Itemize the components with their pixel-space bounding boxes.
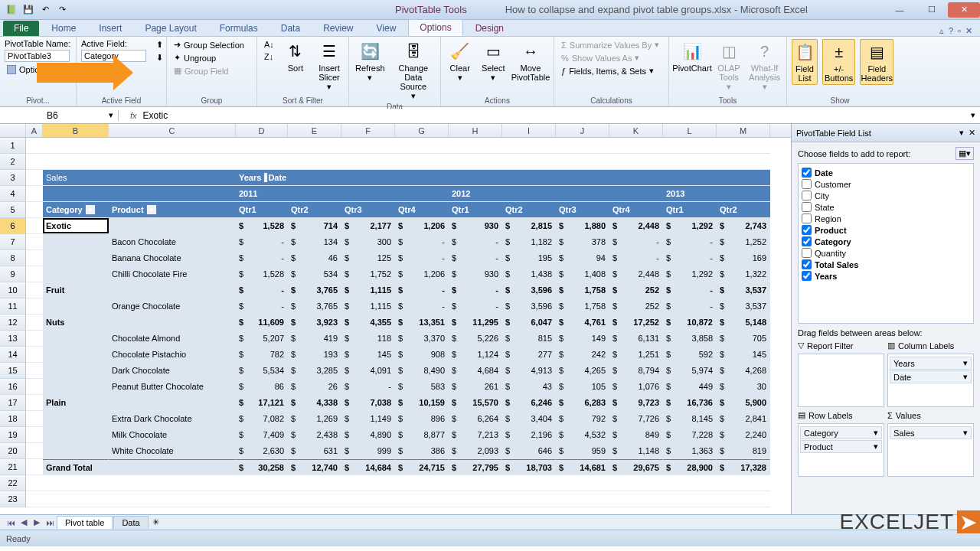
new-sheet-icon[interactable]: ✳ (152, 517, 159, 527)
row-header-12[interactable]: 12 (0, 315, 26, 331)
field-date[interactable]: Date (802, 167, 970, 178)
tab-formulas[interactable]: Formulas (209, 21, 269, 36)
field-years[interactable]: Years (802, 270, 970, 282)
category-filter-button[interactable]: ▾ (85, 204, 96, 215)
name-box[interactable]: ▾ (42, 110, 119, 121)
field-quantity[interactable]: Quantity (802, 247, 970, 259)
fields-items-sets-button[interactable]: ƒ Fields, Items, & Sets ▾ (559, 65, 662, 77)
tab-options[interactable]: Options (408, 19, 462, 36)
row-header-6[interactable]: 6 (0, 218, 26, 234)
refresh-button[interactable]: 🔄Refresh▾ (354, 39, 387, 84)
tab-file[interactable]: File (3, 21, 39, 36)
move-pivottable-button[interactable]: ↔Move PivotTable (512, 39, 549, 83)
tab-home[interactable]: Home (41, 21, 87, 36)
row-header-7[interactable]: 7 (0, 234, 26, 250)
row-header-1[interactable]: 1 (0, 138, 26, 154)
field-list-button[interactable]: 📋Field List (792, 39, 818, 85)
column-header-E[interactable]: E (288, 124, 341, 137)
report-filter-box[interactable] (798, 354, 884, 407)
maximize-button[interactable]: ☐ (916, 2, 948, 18)
select-button[interactable]: ▭Select▾ (479, 39, 508, 84)
collapse-field-button[interactable]: ⬇ (154, 52, 165, 64)
row-header-16[interactable]: 16 (0, 379, 26, 395)
column-header-B[interactable]: B (43, 124, 109, 137)
row-header-9[interactable]: 9 (0, 266, 26, 282)
close-workbook-icon[interactable]: ✕ (965, 26, 972, 36)
column-header-A[interactable]: A (26, 124, 43, 137)
row-header-3[interactable]: 3 (0, 170, 26, 186)
field-state[interactable]: State (802, 201, 970, 213)
value-item-sales[interactable]: Sales▾ (890, 426, 972, 439)
row-header-2[interactable]: 2 (0, 154, 26, 170)
row-header-20[interactable]: 20 (0, 443, 26, 459)
selected-cell[interactable]: Exotic (43, 218, 109, 233)
field-list-close-icon[interactable]: ✕ (969, 128, 975, 138)
column-header-J[interactable]: J (556, 124, 609, 137)
sheet-nav-prev-icon[interactable]: ◀ (18, 517, 30, 527)
redo-icon[interactable]: ↷ (55, 3, 69, 17)
field-city[interactable]: City (802, 190, 970, 201)
sheet-tab-pivot[interactable]: Pivot table (57, 516, 113, 529)
row-header-23[interactable]: 23 (0, 491, 26, 507)
row-header-15[interactable]: 15 (0, 363, 26, 379)
column-header-C[interactable]: C (109, 124, 236, 137)
field-list-dropdown-icon[interactable]: ▾ (959, 128, 964, 138)
row-labels-box[interactable]: Category▾Product▾ (798, 423, 884, 477)
clear-button[interactable]: 🧹Clear▾ (446, 39, 475, 84)
name-box-input[interactable] (47, 110, 93, 121)
row-header-17[interactable]: 17 (0, 395, 26, 411)
row-header-18[interactable]: 18 (0, 411, 26, 427)
name-box-dropdown-icon[interactable]: ▾ (109, 110, 113, 120)
row-header-21[interactable]: 21 (0, 459, 26, 475)
row-header-8[interactable]: 8 (0, 250, 26, 266)
formula-input[interactable] (142, 109, 966, 122)
sheet-tab-data[interactable]: Data (113, 516, 148, 529)
sort-button[interactable]: ⇅Sort (281, 39, 310, 74)
column-header-F[interactable]: F (341, 124, 395, 137)
column-header-I[interactable]: I (502, 124, 556, 137)
undo-icon[interactable]: ↶ (38, 3, 52, 17)
field-category[interactable]: Category (802, 236, 970, 247)
field-customer[interactable]: Customer (802, 178, 970, 190)
change-data-source-button[interactable]: 🗄Change Data Source▾ (391, 39, 436, 103)
column-label-item-years[interactable]: Years▾ (890, 357, 972, 370)
tab-data[interactable]: Data (270, 21, 311, 36)
close-button[interactable]: ✕ (948, 2, 980, 18)
worksheet[interactable]: ABCDEFGHIJKLM 12345678910111213141516171… (0, 124, 791, 514)
fx-icon[interactable]: fx (130, 111, 137, 120)
formula-expand-icon[interactable]: ▾ (966, 110, 980, 120)
field-headers-button[interactable]: ▤Field Headers (860, 39, 893, 85)
column-header-M[interactable]: M (717, 124, 770, 137)
column-label-item-date[interactable]: Date▾ (890, 370, 972, 383)
group-selection-button[interactable]: ➜ Group Selection (172, 39, 247, 51)
save-icon[interactable]: 💾 (21, 3, 35, 17)
excel-icon[interactable]: 📗 (5, 3, 18, 17)
row-label-item-product[interactable]: Product▾ (800, 440, 882, 453)
field-total-sales[interactable]: Total Sales (802, 259, 970, 270)
sheet-nav-first-icon[interactable]: ⏮ (5, 518, 17, 527)
row-header-11[interactable]: 11 (0, 298, 26, 315)
sort-asc-button[interactable]: A↓ (262, 39, 276, 50)
row-header-10[interactable]: 10 (0, 282, 26, 298)
column-header-D[interactable]: D (236, 124, 288, 137)
column-header-H[interactable]: H (449, 124, 502, 137)
column-header-L[interactable]: L (663, 124, 717, 137)
field-region[interactable]: Region (802, 213, 970, 224)
tab-insert[interactable]: Insert (88, 21, 132, 36)
tab-review[interactable]: Review (312, 21, 364, 36)
pivotchart-button[interactable]: 📊PivotChart (674, 39, 710, 74)
insert-slicer-button[interactable]: ☰Insert Slicer▾ (315, 39, 344, 93)
row-label-item-category[interactable]: Category▾ (800, 426, 882, 439)
column-labels-box[interactable]: Years▾Date▾ (887, 354, 974, 407)
tab-page-layout[interactable]: Page Layout (134, 21, 207, 36)
tab-view[interactable]: View (366, 21, 407, 36)
row-header-13[interactable]: 13 (0, 331, 26, 347)
expand-field-button[interactable]: ⬆ (154, 39, 165, 51)
sort-desc-button[interactable]: Z↓ (262, 51, 276, 62)
values-box[interactable]: Sales▾ (887, 423, 974, 477)
sheet-nav-next-icon[interactable]: ▶ (31, 517, 43, 527)
sheet-nav-last-icon[interactable]: ⏭ (44, 518, 56, 527)
field-product[interactable]: Product (802, 224, 970, 236)
select-all-button[interactable] (0, 124, 26, 137)
row-header-22[interactable]: 22 (0, 475, 26, 491)
